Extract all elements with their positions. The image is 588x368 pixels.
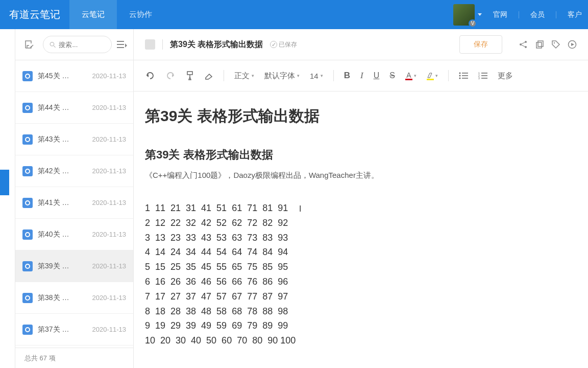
note-item[interactable]: 第38关 …2020-11-13	[15, 282, 133, 314]
link-member[interactable]: 会员	[530, 10, 545, 19]
note-date: 2020-11-13	[92, 262, 127, 270]
list-menu-button[interactable]	[117, 40, 128, 49]
undo-button[interactable]	[145, 72, 155, 80]
copy-icon[interactable]	[535, 40, 544, 49]
note-item[interactable]: 第39关 …2020-11-13	[15, 250, 133, 282]
note-icon	[22, 293, 33, 303]
note-date: 2020-11-13	[92, 104, 127, 111]
size-select[interactable]: 14▾	[310, 72, 323, 80]
note-icon	[22, 71, 33, 81]
font-color-button[interactable]: A▾	[405, 72, 416, 80]
note-icon	[22, 229, 33, 240]
svg-rect-14	[187, 72, 192, 75]
eraser-button[interactable]	[204, 72, 213, 80]
table-row: 9 19 29 39 49 59 69 79 89 99	[145, 318, 577, 333]
search-input[interactable]	[59, 41, 105, 49]
note-title: 第41关 …	[38, 198, 87, 208]
note-title: 第37关 …	[38, 325, 87, 334]
toolbar: 正文▾ 默认字体▾ 14▾ B I U S A▾ ▾ 123 更多	[134, 60, 588, 91]
content-subtitle: 《C++编程入门100题》，Daozy极限编程出品，WangTeacher主讲。	[145, 171, 577, 180]
note-date: 2020-11-13	[92, 167, 127, 175]
share-icon[interactable]	[519, 40, 528, 49]
table-row: 3 13 23 33 43 53 63 73 83 93	[145, 231, 577, 245]
underline-button[interactable]: U	[374, 71, 380, 80]
svg-point-19	[459, 78, 460, 79]
note-icon	[22, 134, 33, 145]
tag-icon[interactable]	[551, 40, 560, 49]
note-list: 第45关 …2020-11-13第44关 …2020-11-13第43关 …20…	[15, 60, 133, 348]
content-h1: 第39关 表格形式输出数据	[145, 106, 577, 127]
svg-point-15	[459, 73, 460, 74]
style-select[interactable]: 正文▾	[234, 71, 254, 81]
divider	[519, 11, 519, 18]
more-button[interactable]: 更多	[498, 71, 513, 81]
note-icon	[22, 103, 33, 113]
note-icon	[22, 198, 33, 208]
nav-tab-0[interactable]: 云笔记	[69, 0, 117, 29]
saved-badge: 已保存	[270, 40, 297, 49]
search-box[interactable]	[43, 36, 112, 53]
chevron-down-icon	[478, 13, 482, 16]
nav-tabs: 云笔记云协作	[69, 0, 164, 29]
content-h2: 第39关 表格形式输出数据	[145, 147, 577, 163]
bold-button[interactable]: B	[344, 71, 350, 81]
note-title: 第45关 …	[38, 72, 87, 81]
top-nav: 有道云笔记 云笔记云协作 V 官网 会员 客户	[0, 0, 588, 29]
editor-header: 第39关 表格形式输出数据 已保存 保存	[134, 29, 588, 60]
note-date: 2020-11-13	[92, 72, 127, 80]
rail-marker	[0, 170, 9, 195]
note-title: 第40关 …	[38, 230, 87, 239]
note-date: 2020-11-13	[92, 135, 127, 143]
svg-point-0	[50, 42, 54, 45]
list-icon	[117, 40, 127, 49]
nav-tab-1[interactable]: 云协作	[117, 0, 164, 29]
note-title: 第42关 …	[38, 167, 87, 176]
editor-content[interactable]: 第39关 表格形式输出数据 第39关 表格形式输出数据 《C++编程入门100题…	[134, 91, 588, 368]
font-select[interactable]: 默认字体▾	[264, 71, 300, 81]
link-client[interactable]: 客户	[568, 10, 582, 19]
svg-point-17	[459, 75, 460, 77]
note-item[interactable]: 第44关 …2020-11-13	[15, 92, 133, 124]
avatar: V	[453, 4, 475, 26]
table-row: 6 16 26 36 46 56 66 76 86 96	[145, 274, 577, 289]
table-row: 10 20 30 40 50 60 70 80 90 100	[145, 333, 577, 348]
new-note-icon	[24, 39, 34, 50]
note-title: 第38关 …	[38, 293, 87, 303]
number-list-button[interactable]: 123	[478, 72, 487, 79]
link-official[interactable]: 官网	[493, 10, 507, 19]
note-title: 第43关 …	[38, 135, 87, 144]
sidebar-header	[15, 29, 133, 60]
svg-point-12	[554, 42, 555, 43]
note-item[interactable]: 第43关 …2020-11-13	[15, 124, 133, 155]
note-item[interactable]: 第40关 …2020-11-13	[15, 219, 133, 250]
note-item[interactable]: 第42关 …2020-11-13	[15, 155, 133, 187]
svg-line-8	[522, 42, 525, 44]
bullet-list-button[interactable]	[459, 72, 468, 79]
italic-button[interactable]: I	[360, 71, 363, 81]
save-button[interactable]: 保存	[459, 35, 502, 54]
svg-point-7	[525, 46, 527, 48]
strike-button[interactable]: S	[389, 71, 395, 80]
new-note-button[interactable]	[20, 36, 38, 53]
note-icon	[22, 261, 33, 271]
avatar-menu[interactable]: V	[453, 4, 482, 26]
note-date: 2020-11-13	[92, 231, 127, 238]
note-icon	[22, 166, 33, 176]
svg-text:3: 3	[478, 77, 480, 79]
note-date: 2020-11-13	[92, 326, 127, 333]
note-item[interactable]: 第41关 …2020-11-13	[15, 187, 133, 219]
note-item[interactable]: 第37关 …2020-11-13	[15, 314, 133, 346]
svg-line-9	[522, 45, 525, 47]
format-paint-button[interactable]	[186, 71, 194, 80]
note-item[interactable]: 第45关 …2020-11-13	[15, 60, 133, 92]
svg-rect-11	[538, 41, 543, 47]
play-icon[interactable]	[568, 40, 577, 49]
avatar-badge: V	[469, 19, 477, 28]
note-title: 第39关 …	[38, 262, 87, 271]
table-row: 1 11 21 31 41 51 61 71 81 91	[145, 201, 577, 216]
left-rail	[0, 29, 15, 368]
redo-button[interactable]	[165, 72, 176, 80]
header-actions	[519, 40, 577, 49]
search-icon	[50, 41, 56, 49]
highlight-button[interactable]: ▾	[427, 72, 438, 80]
